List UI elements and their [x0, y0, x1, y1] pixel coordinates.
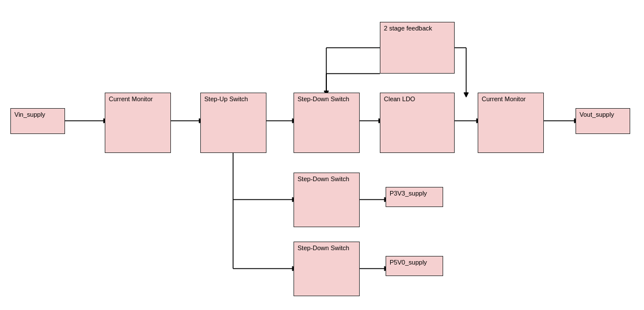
- current-monitor-2-label: Current Monitor: [482, 95, 525, 102]
- step-down-switch-1-label: Step-Down Switch: [298, 95, 349, 102]
- step-down-switch-2-label: Step-Down Switch: [298, 175, 349, 182]
- vout-supply-label: Vout_supply: [580, 111, 614, 118]
- two-stage-feedback-label: 2 stage feedback: [384, 25, 432, 32]
- step-up-switch-block: Step-Up Switch: [200, 93, 266, 153]
- p5v0-supply-block: P5V0_supply: [386, 256, 443, 276]
- p5v0-supply-label: P5V0_supply: [390, 259, 427, 266]
- current-monitor-1-label: Current Monitor: [109, 95, 153, 102]
- clean-ldo-block: Clean LDO: [380, 93, 455, 153]
- step-down-switch-3-block: Step-Down Switch: [294, 242, 360, 296]
- diagram: Vin_supply Current Monitor Step-Up Switc…: [0, 0, 644, 310]
- p3v3-supply-block: P3V3_supply: [386, 187, 443, 207]
- step-up-switch-label: Step-Up Switch: [204, 95, 248, 102]
- svg-marker-16: [464, 93, 468, 97]
- clean-ldo-label: Clean LDO: [384, 95, 415, 102]
- current-monitor-1-block: Current Monitor: [105, 93, 171, 153]
- vin-supply-block: Vin_supply: [10, 108, 65, 134]
- vout-supply-block: Vout_supply: [576, 108, 630, 134]
- p3v3-supply-label: P3V3_supply: [390, 190, 427, 197]
- step-down-switch-1-block: Step-Down Switch: [294, 93, 360, 153]
- two-stage-feedback-block: 2 stage feedback: [380, 22, 455, 74]
- current-monitor-2-block: Current Monitor: [478, 93, 544, 153]
- vin-supply-label: Vin_supply: [14, 111, 45, 118]
- step-down-switch-2-block: Step-Down Switch: [294, 173, 360, 227]
- step-down-switch-3-label: Step-Down Switch: [298, 244, 349, 251]
